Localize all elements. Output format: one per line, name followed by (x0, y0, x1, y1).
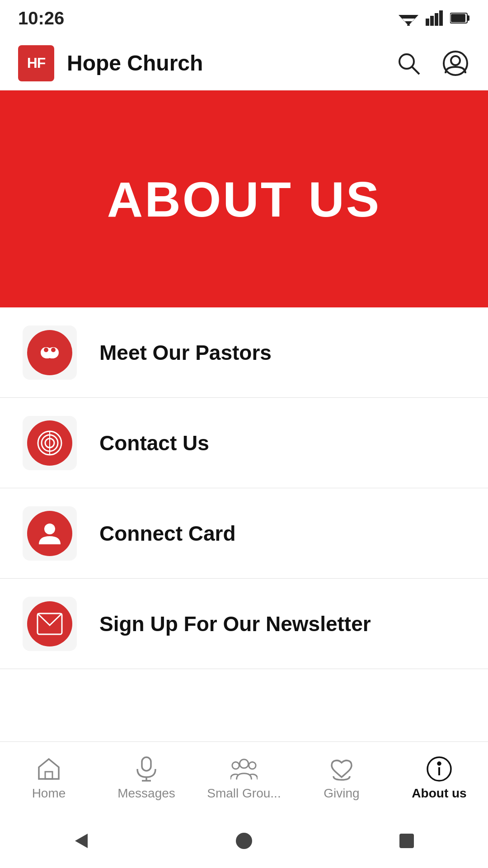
svg-point-13 (444, 52, 467, 75)
menu-label-connect: Connect Card (99, 521, 236, 546)
status-bar: 10:26 (0, 0, 488, 36)
menu-list: Meet Our Pastors Contact Us (0, 307, 488, 669)
square-recents-icon (398, 832, 416, 850)
phone-icon (37, 430, 63, 456)
menu-icon-wrap-connect (23, 506, 77, 561)
home-button[interactable] (226, 823, 262, 859)
bottom-nav: Home Messages Small Grou... (0, 741, 488, 814)
recents-button[interactable] (389, 823, 425, 859)
svg-rect-5 (430, 16, 434, 26)
signal-icon (426, 10, 443, 26)
nav-label-home: Home (32, 786, 66, 801)
hero-banner: ABOUT US (0, 90, 488, 307)
nav-item-giving[interactable]: Giving (293, 755, 390, 801)
menu-item-connect[interactable]: Connect Card (0, 488, 488, 579)
nav-item-smallgroups[interactable]: Small Grou... (195, 755, 293, 801)
svg-rect-4 (426, 19, 429, 26)
svg-rect-24 (142, 757, 151, 771)
search-icon (396, 51, 421, 76)
svg-point-21 (44, 524, 55, 534)
menu-item-newsletter[interactable]: Sign Up For Our Newsletter (0, 579, 488, 669)
nav-item-messages[interactable]: Messages (98, 755, 195, 801)
logo-text: HF (27, 55, 46, 71)
home-icon (37, 757, 61, 781)
profile-icon (443, 51, 468, 76)
svg-rect-10 (451, 14, 465, 22)
nav-item-home[interactable]: Home (0, 755, 98, 801)
android-nav (0, 814, 488, 868)
svg-point-11 (399, 54, 414, 69)
messages-nav-icon (133, 755, 160, 783)
wifi-icon (399, 10, 418, 26)
svg-rect-6 (435, 13, 438, 26)
svg-line-12 (412, 67, 419, 74)
group-icon (230, 757, 258, 781)
header-icons (394, 49, 470, 78)
svg-point-27 (232, 762, 239, 769)
hero-title: ABOUT US (107, 170, 381, 228)
menu-label-contact: Contact Us (99, 431, 209, 455)
menu-icon-circle-pastors (27, 330, 72, 375)
menu-label-pastors: Meet Our Pastors (99, 340, 272, 365)
menu-icon-wrap-contact (23, 416, 77, 470)
nav-label-smallgroups: Small Grou... (207, 786, 281, 801)
svg-rect-23 (45, 772, 52, 779)
menu-label-newsletter: Sign Up For Our Newsletter (99, 612, 371, 636)
microphone-icon (136, 756, 157, 782)
battery-icon (450, 11, 470, 25)
nav-label-aboutus: About us (412, 786, 466, 801)
giving-icon (329, 757, 354, 781)
search-button[interactable] (394, 49, 423, 78)
menu-icon-circle-connect (27, 511, 72, 556)
logo-box: HF (18, 45, 54, 81)
nav-item-aboutus[interactable]: About us (390, 755, 488, 801)
person-icon (37, 521, 62, 546)
svg-point-29 (249, 762, 256, 769)
svg-rect-35 (399, 834, 414, 848)
giving-nav-icon (328, 755, 355, 783)
menu-icon-circle-contact (27, 420, 72, 466)
menu-item-pastors[interactable]: Meet Our Pastors (0, 307, 488, 398)
svg-rect-9 (467, 15, 469, 21)
info-circle-icon (427, 756, 452, 782)
header: HF Hope Church (0, 36, 488, 90)
nav-label-giving: Giving (324, 786, 359, 801)
handshake-icon (36, 339, 63, 366)
svg-point-15 (44, 348, 48, 352)
profile-button[interactable] (441, 49, 470, 78)
menu-icon-wrap-newsletter (23, 597, 77, 651)
app-title: Hope Church (67, 51, 394, 75)
svg-point-14 (451, 56, 460, 65)
smallgroups-nav-icon (230, 755, 258, 783)
status-icons (399, 10, 470, 26)
svg-marker-33 (75, 834, 88, 848)
svg-rect-7 (439, 10, 443, 26)
back-button[interactable] (63, 823, 99, 859)
aboutus-nav-icon (426, 755, 453, 783)
svg-point-16 (51, 348, 56, 352)
circle-home-icon (234, 831, 254, 851)
home-nav-icon (35, 755, 62, 783)
svg-point-34 (236, 833, 252, 849)
menu-icon-wrap-pastors (23, 326, 77, 380)
status-time: 10:26 (18, 8, 64, 28)
svg-point-32 (438, 762, 441, 765)
svg-point-28 (239, 759, 248, 768)
email-icon (37, 613, 63, 635)
menu-item-contact[interactable]: Contact Us (0, 398, 488, 488)
menu-icon-circle-newsletter (27, 601, 72, 646)
back-icon (71, 831, 91, 851)
nav-label-messages: Messages (117, 786, 175, 801)
